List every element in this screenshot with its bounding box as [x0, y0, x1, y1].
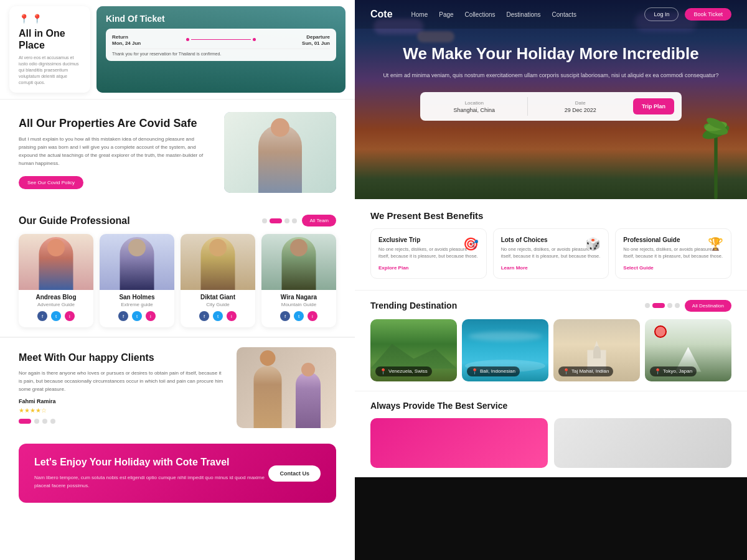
- right-panel: Cote Home Page Collections Destinations …: [355, 0, 747, 560]
- kind-ticket-title: Kind Of Ticket: [106, 14, 336, 24]
- date-value[interactable]: 29 Dec 2022: [534, 107, 627, 113]
- cta-text: Let's Enjoy Your Holiday with Cote Trave…: [34, 456, 268, 490]
- all-destination-button[interactable]: All Destination: [685, 300, 731, 312]
- login-button[interactable]: Log In: [644, 7, 679, 21]
- clients-dot-1[interactable]: [19, 419, 31, 424]
- guide-role-3: City Guide: [181, 302, 255, 307]
- ticket-form: Return Mon, 24 Jun Departure Sun, 01 Jun: [106, 29, 336, 61]
- destination-label-3: 📍 Taj Mahal, Indian: [558, 366, 613, 376]
- guide-avatar-2: [100, 234, 174, 290]
- guides-grid: Andreas Blog Adventure Guide f t i San H…: [19, 234, 336, 327]
- trip-plan-button[interactable]: Trip Plan: [633, 98, 674, 114]
- guide-role-4: Mountain Guide: [261, 302, 336, 307]
- covid-title: All Our Properties Are Covid Safe: [19, 116, 212, 131]
- clients-dot-4[interactable]: [50, 419, 55, 424]
- destination-card-2[interactable]: 📍 Bali, Indonesian: [462, 319, 548, 381]
- service-card-gray[interactable]: [554, 418, 731, 468]
- twitter-icon-3[interactable]: t: [213, 311, 223, 321]
- confirm-text: Thank you for your reservation for Thail…: [112, 52, 330, 56]
- guide-header-right: All Team: [262, 215, 336, 226]
- trending-dots-nav: [645, 303, 680, 308]
- hero-title: We Make Your Holiday More Incredible: [355, 44, 747, 65]
- guide-name-4: Wira Nagara: [261, 294, 336, 301]
- clients-dot-3[interactable]: [42, 419, 47, 424]
- guide-dot-4[interactable]: [292, 218, 297, 223]
- facebook-icon-3[interactable]: f: [199, 311, 209, 321]
- clients-dot-2[interactable]: [34, 419, 39, 424]
- instagram-icon-4[interactable]: i: [308, 311, 317, 321]
- instagram-icon-1[interactable]: i: [65, 311, 75, 321]
- destination-card-4[interactable]: 📍 Tokyo, Japan: [645, 319, 731, 381]
- contact-us-button[interactable]: Contact Us: [268, 465, 321, 482]
- trending-header: Trending Destination All Destination: [370, 300, 731, 312]
- trending-dot-1[interactable]: [645, 303, 650, 308]
- twitter-icon-4[interactable]: t: [294, 311, 304, 321]
- left-panel: 📍 📍 All in One Place At vero eos et accu…: [0, 0, 355, 560]
- trending-grid: 📍 Venezuela, Swiss 📍 Bali, Indonesian: [370, 319, 731, 381]
- pin-icon-1: 📍: [380, 368, 387, 375]
- guide-name-3: Diktat Giant: [181, 294, 255, 301]
- destination-card-1[interactable]: 📍 Venezuela, Swiss: [370, 319, 457, 381]
- trending-dot-3[interactable]: [667, 303, 672, 308]
- nav-home[interactable]: Home: [411, 11, 428, 18]
- benefit-link-3[interactable]: Select Guide: [623, 265, 723, 271]
- guide-dot-2[interactable]: [270, 218, 282, 223]
- all-team-button[interactable]: All Team: [302, 215, 336, 226]
- cta-title: Let's Enjoy Your Holiday with Cote Trave…: [34, 456, 268, 469]
- guide-dot-1[interactable]: [262, 218, 267, 223]
- benefit-link-1[interactable]: Explore Plan: [378, 265, 479, 271]
- facebook-icon-2[interactable]: f: [118, 311, 128, 321]
- cta-desc: Nam libero tempore, cum soluta nobis est…: [34, 474, 268, 490]
- benefit-icon-2: 🎲: [585, 236, 601, 251]
- guide-dot-3[interactable]: [284, 218, 289, 223]
- hero-section: Cote Home Page Collections Destinations …: [355, 0, 747, 199]
- trending-section: Trending Destination All Destination 📍: [355, 290, 747, 391]
- destination-label-2: 📍 Bali, Indonesian: [467, 366, 520, 376]
- guide-dots-nav: [262, 218, 297, 223]
- service-card-pink[interactable]: [370, 418, 548, 468]
- nav-contacts[interactable]: Contacts: [552, 11, 576, 18]
- star-rating: ★★★★☆: [19, 407, 224, 414]
- card-desc: At vero eos et accusamus et iusto odio d…: [19, 55, 81, 85]
- location-value[interactable]: Shanghai, China: [428, 107, 521, 113]
- clients-image: [237, 347, 336, 428]
- clients-text: Meet With Our happy Clients Nor again is…: [19, 352, 224, 424]
- covid-section: All Our Properties Are Covid Safe But I …: [0, 100, 355, 205]
- twitter-icon-1[interactable]: t: [51, 311, 61, 321]
- instagram-icon-2[interactable]: i: [146, 311, 156, 321]
- card-title: All in One Place: [19, 27, 81, 51]
- guide-name-2: San Holmes: [100, 294, 174, 301]
- guide-name-1: Andreas Blog: [19, 294, 93, 301]
- benefit-link-2[interactable]: Learn More: [501, 265, 601, 271]
- nav-collections[interactable]: Collections: [465, 11, 496, 18]
- location-label: Location: [428, 100, 521, 106]
- trending-dot-2[interactable]: [652, 303, 665, 308]
- kind-of-ticket-card: Kind Of Ticket Return Mon, 24 Jun: [96, 6, 345, 93]
- trending-dot-4[interactable]: [675, 303, 680, 308]
- ticket-section: 📍 📍 All in One Place At vero eos et accu…: [0, 0, 355, 100]
- facebook-icon-4[interactable]: f: [280, 311, 290, 321]
- pin-icon-4: 📍: [654, 368, 661, 375]
- guide-socials-2: f t i: [100, 311, 174, 321]
- guide-section-title: Our Guide Professional: [19, 215, 130, 226]
- covid-policy-button[interactable]: See Our Covid Policy: [19, 176, 83, 189]
- covid-desc: But I must explain to you how all this m…: [19, 136, 212, 167]
- return-label: Return Mon, 24 Jun: [112, 34, 181, 46]
- service-title: Always Provide The Best Service: [370, 401, 731, 411]
- location-icon-2: 📍: [32, 14, 42, 24]
- nav-destinations[interactable]: Destinations: [507, 11, 541, 18]
- facebook-icon-1[interactable]: f: [37, 311, 47, 321]
- book-ticket-button[interactable]: Book Ticket: [685, 8, 731, 21]
- benefit-card-2: 🎲 Lots of Choices No one rejects, dislik…: [493, 228, 609, 279]
- guide-avatar-1: [19, 234, 93, 290]
- guide-section-header: Our Guide Professional All Team: [19, 215, 336, 226]
- guide-socials-1: f t i: [19, 311, 93, 321]
- benefits-section: We Present Best Benefits 🎯 Exclusive Tri…: [355, 199, 747, 290]
- nav-links: Home Page Collections Destinations Conta…: [411, 11, 645, 18]
- search-bar: Location Shanghai, China Date 29 Dec 202…: [420, 92, 682, 121]
- twitter-icon-2[interactable]: t: [132, 311, 142, 321]
- clients-title: Meet With Our happy Clients: [19, 352, 224, 365]
- nav-page[interactable]: Page: [439, 11, 453, 18]
- destination-card-3[interactable]: 📍 Taj Mahal, Indian: [553, 319, 640, 381]
- instagram-icon-3[interactable]: i: [227, 311, 237, 321]
